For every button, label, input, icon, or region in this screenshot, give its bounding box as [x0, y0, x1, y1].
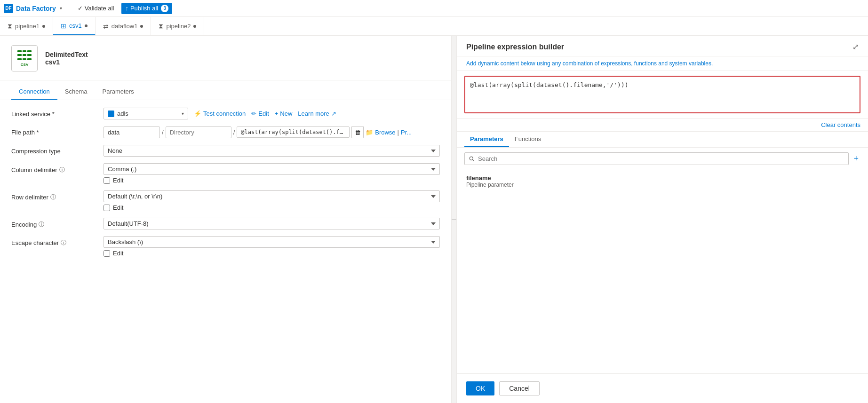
tab-connection[interactable]: Connection	[11, 84, 57, 100]
publish-label: Publish all	[130, 5, 158, 12]
linked-service-select[interactable]: adls ▾	[104, 108, 188, 119]
row-delimiter-info-icon: ⓘ	[50, 193, 56, 201]
test-connection-button[interactable]: ⚡ Test connection	[194, 110, 246, 117]
tab-label-dataflow1: dataflow1	[111, 23, 138, 30]
dataset-type: DelimitedText	[45, 51, 88, 58]
edit-button[interactable]: ✏ Edit	[251, 110, 269, 117]
topbar-divider	[68, 4, 68, 13]
linked-service-row: Linked service * adls ▾ ⚡ Test connectio…	[11, 108, 440, 119]
add-parameter-button[interactable]: +	[852, 154, 860, 164]
row-delimiter-edit-checkbox[interactable]	[104, 205, 110, 211]
preview-button[interactable]: Pr...	[401, 129, 412, 136]
validate-label: Validate all	[85, 5, 114, 12]
param-func-tabs: Parameters Functions	[457, 132, 868, 148]
column-delimiter-select[interactable]: Comma (,)	[104, 163, 440, 175]
ok-button[interactable]: OK	[466, 381, 494, 395]
file-path-directory-input[interactable]	[166, 126, 231, 138]
column-delimiter-edit-row: Edit	[104, 177, 440, 184]
param-name-filename: filename	[466, 174, 859, 182]
tab-label-pipeline1: pipeline1	[15, 23, 40, 30]
tab-parameters-panel[interactable]: Parameters	[464, 132, 509, 147]
expression-builder-subtitle: Add dynamic content below using any comb…	[457, 56, 868, 71]
connection-form: Linked service * adls ▾ ⚡ Test connectio…	[0, 100, 451, 403]
row-delimiter-edit-row: Edit	[104, 204, 440, 211]
encoding-label: Encoding ⓘ	[11, 218, 96, 229]
plus-icon: +	[275, 110, 279, 117]
compression-controls: None	[104, 145, 440, 157]
delete-expression-button[interactable]: 🗑	[351, 126, 364, 138]
expression-builder-header: Pipeline expression builder ⤢	[457, 36, 868, 56]
search-input[interactable]	[464, 152, 849, 165]
table-icon: ⊞	[61, 22, 66, 30]
search-wrapper: +	[457, 148, 868, 170]
file-path-data-input[interactable]	[104, 126, 160, 138]
tab-csv1[interactable]: ⊞ csv1	[53, 17, 96, 35]
compression-type-label: Compression type	[11, 145, 96, 155]
escape-char-edit-checkbox[interactable]	[104, 250, 110, 257]
cancel-button[interactable]: Cancel	[499, 381, 540, 395]
clear-contents-button[interactable]: Clear contents	[821, 121, 860, 128]
panel-resize-handle[interactable]: —	[452, 36, 456, 403]
expand-panel-button[interactable]: ⤢	[852, 42, 859, 51]
tab-label-csv1: csv1	[69, 22, 82, 29]
column-delimiter-edit-checkbox[interactable]	[104, 177, 110, 184]
tab-pipeline2[interactable]: ⧗ pipeline2	[151, 17, 204, 35]
escape-character-select[interactable]: Backslash (\)	[104, 236, 440, 248]
brand: DF Data Factory	[4, 4, 56, 13]
escape-char-info-icon: ⓘ	[61, 239, 66, 247]
compression-type-select[interactable]: None	[104, 145, 440, 157]
expression-editor-footer: Clear contents	[457, 119, 868, 132]
expression-builder-title: Pipeline expression builder	[466, 43, 564, 51]
ls-chevron-icon: ▾	[182, 111, 184, 116]
new-button[interactable]: + New	[275, 110, 293, 117]
linked-service-label: Linked service *	[11, 108, 96, 118]
connection-tabs: Connection Schema Parameters	[0, 84, 451, 100]
brand-chevron[interactable]: ▾	[60, 6, 62, 11]
upload-icon: ↑	[125, 5, 128, 12]
expression-editor-wrapper: @last(array(split(dataset().filename,'/'…	[457, 71, 868, 119]
learn-more-button[interactable]: Learn more ↗	[298, 110, 336, 117]
tab-dot-dataflow1	[140, 25, 143, 28]
tab-dataflow1[interactable]: ⇄ dataflow1	[96, 17, 151, 35]
tab-functions-panel[interactable]: Functions	[509, 132, 547, 147]
compression-type-row: Compression type None	[11, 145, 440, 157]
param-item-filename[interactable]: filename Pipeline parameter	[457, 170, 868, 193]
column-delimiter-row: Column delimiter ⓘ Comma (,) Edit	[11, 163, 440, 184]
brand-label: Data Factory	[16, 5, 56, 12]
row-delimiter-row: Row delimiter ⓘ Default (\r,\n, or \r\n)…	[11, 190, 440, 211]
expression-editor[interactable]: @last(array(split(dataset().filename,'/'…	[464, 76, 860, 113]
tab-schema[interactable]: Schema	[57, 84, 95, 100]
tab-label-pipeline2: pipeline2	[166, 23, 191, 30]
column-delimiter-info-icon: ⓘ	[59, 166, 65, 174]
brand-icon: DF	[4, 4, 13, 13]
file-path-expression[interactable]: @last(array(split(dataset().filename,'/'…	[237, 126, 350, 138]
browse-button[interactable]: 📁 Browse	[366, 129, 395, 136]
encoding-controls: Default(UTF-8)	[104, 218, 440, 229]
validate-all-button[interactable]: ✓ Validate all	[74, 3, 118, 14]
linked-service-controls: adls ▾ ⚡ Test connection ✏ Edit + New	[104, 108, 440, 119]
file-path-label: File path *	[11, 126, 96, 136]
trash-icon: 🗑	[355, 129, 361, 136]
dataset-name: csv1	[45, 58, 88, 66]
csv-file-icon: CSV	[11, 45, 38, 71]
escape-char-edit-label: Edit	[113, 250, 123, 257]
tab-parameters[interactable]: Parameters	[95, 84, 141, 100]
column-delimiter-label: Column delimiter ⓘ	[11, 163, 96, 174]
encoding-info-icon: ⓘ	[39, 221, 44, 229]
encoding-row: Encoding ⓘ Default(UTF-8)	[11, 218, 440, 229]
test-icon: ⚡	[194, 110, 201, 117]
left-panel: CSV DelimitedText csv1 Connection Schema…	[0, 36, 452, 403]
escape-character-controls: Backslash (\) Edit	[104, 236, 440, 257]
tab-dot-pipeline1	[42, 25, 45, 28]
escape-character-label: Escape character ⓘ	[11, 236, 96, 247]
row-delimiter-select[interactable]: Default (\r,\n, or \r\n)	[104, 190, 440, 202]
row-delimiter-controls: Default (\r,\n, or \r\n) Edit	[104, 190, 440, 211]
param-type-filename: Pipeline parameter	[466, 182, 859, 188]
topbar: DF Data Factory ▾ ✓ Validate all ↑ Publi…	[0, 0, 868, 17]
encoding-select[interactable]: Default(UTF-8)	[104, 218, 440, 229]
pencil-icon: ✏	[251, 110, 256, 117]
tab-bar: ⧗ pipeline1 ⊞ csv1 ⇄ dataflow1 ⧗ pipelin…	[0, 17, 868, 36]
escape-character-row: Escape character ⓘ Backslash (\) Edit	[11, 236, 440, 257]
tab-pipeline1[interactable]: ⧗ pipeline1	[0, 17, 53, 35]
publish-all-button[interactable]: ↑ Publish all 3	[121, 3, 172, 14]
